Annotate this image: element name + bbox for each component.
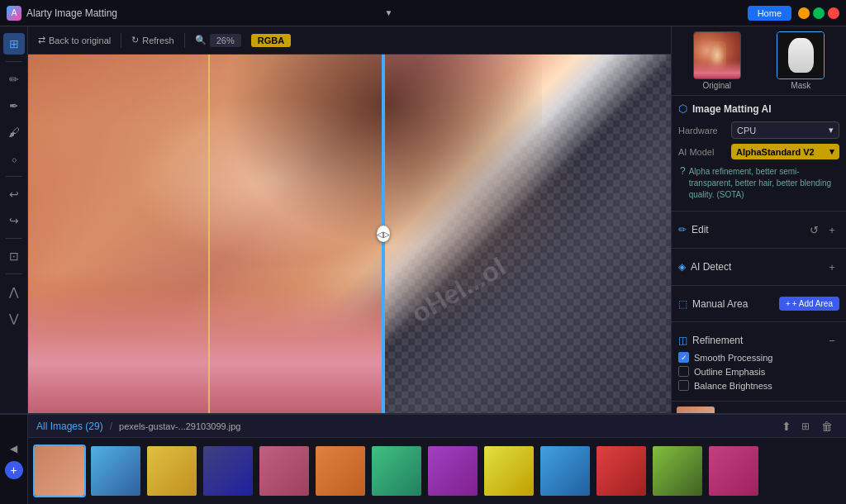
window-controls [798, 7, 839, 19]
info-icon: ? [680, 165, 686, 177]
thumb-mask[interactable]: Mask [761, 31, 842, 90]
split-arrow-icon: ◁▷ [377, 226, 390, 242]
tool-expand[interactable]: ⋀ [3, 281, 25, 302]
bottom-add-button[interactable]: + [5, 461, 23, 479]
minimize-button[interactable] [798, 7, 810, 19]
ai-detect-right: + [825, 259, 839, 274]
ai-model-row: AI Model AlphaStandard V2 ▾ [678, 144, 839, 159]
effects-panel: Background Feather Blur Black & White Pi… [672, 402, 846, 413]
manual-area-right: + + Add Area [779, 297, 839, 311]
ai-model-label: AI Model [678, 147, 726, 157]
main-layout: ⊞ ✏ ✒ 🖌 ⬦ ↩ ↪ ⊡ ⋀ ⋁ ⇄ Back to original ↻… [0, 26, 846, 413]
matting-icon: ⬡ [678, 102, 687, 115]
bottom-header: All Images (29) / pexels-gustav-...29103… [28, 415, 846, 438]
grid-icon[interactable]: ⊞ [801, 421, 810, 432]
edit-section: ✏ Edit ↺ + [672, 212, 846, 249]
tool-select[interactable]: ⊞ [3, 33, 25, 55]
thumb-file-5[interactable] [258, 445, 311, 497]
refinement-collapse-button[interactable]: − [825, 333, 839, 348]
left-toolbar: ⊞ ✏ ✒ 🖌 ⬦ ↩ ↪ ⊡ ⋀ ⋁ [0, 26, 28, 413]
thumb-file-12[interactable] [651, 445, 704, 497]
back-to-original-button[interactable]: ⇄ Back to original [38, 35, 111, 45]
app-icon: A [7, 6, 21, 21]
ai-detect-row[interactable]: ◈ AI Detect + [678, 255, 839, 278]
app-title: Alarty Image Matting [26, 7, 381, 19]
refinement-label: Refinement [692, 335, 743, 346]
ai-model-info-row: ? Alpha refinement, better semi-transpar… [678, 164, 839, 204]
matting-ai-section: ⬡ Image Matting AI Hardware CPU ▾ AI Mod… [672, 96, 846, 212]
tool-pen[interactable]: ✒ [3, 95, 25, 116]
thumb-file-11[interactable] [595, 445, 648, 497]
toolbar-divider-3 [6, 238, 22, 239]
tool-redo[interactable]: ↪ [3, 210, 25, 231]
thumb-file-7[interactable] [370, 445, 423, 497]
smooth-processing-row[interactable]: ✓ Smooth Processing [678, 352, 839, 363]
toolbar-divider-2 [6, 176, 22, 177]
outline-emphasis-row[interactable]: Outline Emphasis [678, 366, 839, 377]
thumb-file-8[interactable] [426, 445, 479, 497]
title-dropdown-icon[interactable]: ▼ [384, 8, 392, 17]
thumb-file-6[interactable] [314, 445, 367, 497]
thumb-file-4[interactable] [202, 445, 254, 497]
balance-brightness-row[interactable]: Balance Brightness [678, 380, 839, 391]
hardware-select[interactable]: CPU ▾ [731, 121, 839, 139]
bottom-nav-back[interactable]: ◀ [5, 440, 23, 458]
refresh-button[interactable]: ↻ Refresh [131, 35, 174, 45]
home-button[interactable]: Home [748, 6, 791, 21]
balance-brightness-checkbox[interactable] [678, 380, 689, 391]
undo-button[interactable]: ↺ [806, 222, 821, 237]
matting-section-title: ⬡ Image Matting AI [678, 102, 839, 115]
refinement-header[interactable]: ◫ Refinement − [678, 329, 839, 352]
thumb-file-9[interactable] [482, 445, 535, 497]
smooth-processing-checkbox[interactable]: ✓ [678, 352, 689, 363]
refinement-section: ◫ Refinement − ✓ Smooth Processing Outli… [672, 322, 846, 402]
ai-detect-left: ◈ AI Detect [678, 261, 731, 273]
zoom-level: 26% [210, 34, 241, 47]
add-area-label: + Add Area [792, 299, 833, 308]
rgba-toggle[interactable]: RGBA [251, 34, 291, 47]
manual-area-section: ⬚ Manual Area + + Add Area [672, 286, 846, 322]
tool-fill[interactable]: ⬦ [3, 148, 25, 169]
thumb-file-3[interactable] [145, 445, 198, 497]
thumb-file-10[interactable] [539, 445, 592, 497]
zoom-control[interactable]: 🔍 26% [195, 34, 241, 47]
maximize-button[interactable] [813, 7, 825, 19]
ai-detect-label: AI Detect [691, 261, 731, 273]
trash-icon[interactable]: 🗑 [816, 420, 838, 433]
effect-background[interactable]: Background [677, 405, 841, 413]
edit-icon: ✏ [678, 224, 687, 235]
tool-eraser[interactable]: ✏ [3, 69, 25, 90]
tool-collapse[interactable]: ⋁ [3, 307, 25, 329]
edit-right: ↺ + [806, 222, 839, 237]
canvas-area: ⇄ Back to original ↻ Refresh 🔍 26% RGBA [28, 26, 671, 413]
edit-add-button[interactable]: + [825, 222, 839, 237]
ai-model-select-chevron: ▾ [829, 146, 834, 157]
thumb-original-label: Original [703, 81, 731, 90]
main-canvas-image [28, 55, 671, 413]
upload-icon[interactable]: ⬆ [782, 420, 791, 433]
thumb-file-13[interactable] [707, 445, 760, 497]
ai-model-select[interactable]: AlphaStandard V2 ▾ [731, 144, 839, 159]
manual-area-left: ⬚ Manual Area [678, 298, 748, 310]
outline-emphasis-checkbox[interactable] [678, 366, 689, 377]
all-images-link[interactable]: All Images (29) [36, 421, 103, 432]
tool-undo[interactable]: ↩ [3, 183, 25, 205]
canvas-viewport[interactable]: ◁▷ oHel...ol [28, 55, 671, 413]
edit-row[interactable]: ✏ Edit ↺ + [678, 218, 839, 241]
effect-background-thumb [677, 407, 715, 413]
thumb-file-1[interactable] [33, 445, 86, 497]
thumb-file-2[interactable] [89, 445, 142, 497]
thumb-original[interactable]: Original [677, 31, 758, 90]
toolbar-divider [6, 61, 22, 62]
thumbnail-scroll[interactable] [28, 438, 846, 504]
tool-crop[interactable]: ⊡ [3, 245, 25, 267]
add-area-button[interactable]: + + Add Area [779, 297, 839, 311]
ai-detect-add-button[interactable]: + [825, 259, 839, 274]
hardware-label: Hardware [678, 126, 726, 136]
ai-model-info: Alpha refinement, better semi-transparen… [689, 164, 839, 204]
canvas-toolbar: ⇄ Back to original ↻ Refresh 🔍 26% RGBA [28, 26, 671, 55]
tool-brush[interactable]: 🖌 [3, 121, 25, 143]
manual-area-row[interactable]: ⬚ Manual Area + + Add Area [678, 292, 839, 315]
close-button[interactable] [828, 7, 839, 19]
split-handle[interactable]: ◁▷ [382, 55, 385, 413]
